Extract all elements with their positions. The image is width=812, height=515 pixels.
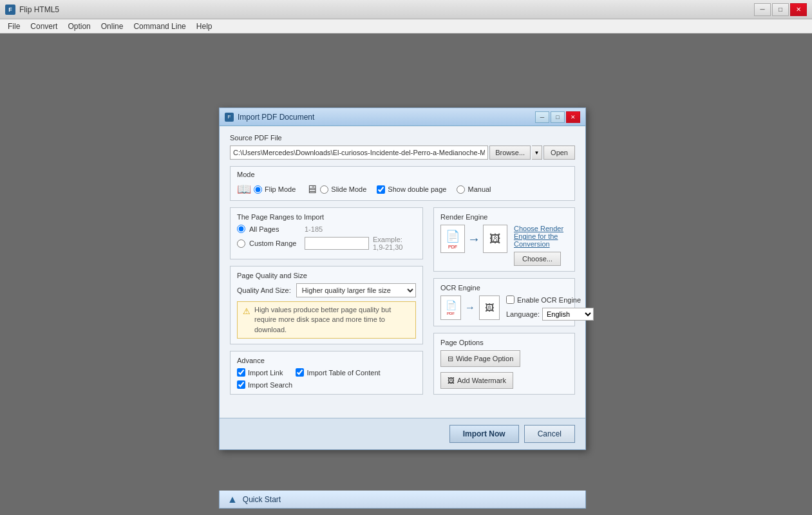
choose-button[interactable]: Choose... xyxy=(514,252,561,266)
import-link-label: Import Link xyxy=(248,369,283,377)
quality-section: Page Quality and Size Quality And Size: … xyxy=(230,266,423,344)
import-table-label: Import Table of Content xyxy=(307,369,380,377)
ocr-engine-section: OCR Engine 📄 PDF → 🖼 xyxy=(433,278,575,326)
quality-warning: ⚠ High values produce better page qualit… xyxy=(237,301,416,339)
ocr-doc-icon-box: 🖼 xyxy=(479,295,500,320)
app-title: Flip HTML5 xyxy=(19,5,59,14)
quick-start-bar: ▲ Quick Start xyxy=(219,491,586,509)
manual-radio[interactable] xyxy=(457,185,465,194)
advance-section: Advance Import Link Import Table of Cont… xyxy=(230,351,423,395)
pdf-icon-box: 📄 PDF xyxy=(440,225,465,253)
pages-hint: 1-185 xyxy=(305,225,323,233)
app-icon: F xyxy=(5,5,15,15)
manual-option: Manual xyxy=(457,185,491,194)
render-arrow-icon: → xyxy=(467,232,480,247)
wide-page-btn-label: Wide Page Option xyxy=(456,355,513,362)
image-icon: 🖼 xyxy=(489,232,501,246)
ocr-engine-label: OCR Engine xyxy=(440,284,568,292)
title-bar: F Flip HTML5 ─ □ ✕ xyxy=(0,0,812,19)
ocr-icons: 📄 PDF → 🖼 xyxy=(440,295,500,320)
custom-range-option: Custom Range Example: 1,9-21,30 xyxy=(237,236,416,251)
slide-mode-icon: 🖥 xyxy=(306,183,317,196)
left-column: The Page Ranges to Import All Pages 1-18… xyxy=(230,207,423,401)
import-link-checkbox[interactable] xyxy=(237,368,245,377)
dialog-minimize-button[interactable]: ─ xyxy=(535,111,549,123)
page-options-section: Page Options ⊟ Wide Page Option 🖼 Add Wa… xyxy=(433,333,575,395)
manual-label: Manual xyxy=(467,185,491,193)
dialog-restore-button[interactable]: □ xyxy=(551,111,565,123)
example-hint: Example: 1,9-21,30 xyxy=(373,236,416,251)
import-table-checkbox[interactable] xyxy=(296,368,304,377)
import-search-option: Import Search xyxy=(237,380,292,389)
enable-ocr-checkbox[interactable] xyxy=(506,295,515,304)
main-area: F Import PDF Document ─ □ ✕ Source PDF F… xyxy=(0,33,812,515)
custom-range-label: Custom Range xyxy=(249,239,301,247)
menu-file[interactable]: File xyxy=(3,21,25,32)
ocr-doc-icon: 🖼 xyxy=(485,303,494,313)
flip-mode-label: Flip Mode xyxy=(265,185,296,193)
import-now-button[interactable]: Import Now xyxy=(449,425,519,443)
page-ranges-label: The Page Ranges to Import xyxy=(237,213,416,221)
advance-label: Advance xyxy=(237,357,416,364)
ocr-pdf-icon: 📄 xyxy=(446,300,457,310)
watermark-btn-label: Add Watermark xyxy=(457,377,506,384)
source-label: Source PDF File xyxy=(230,134,575,142)
page-ranges-section: The Page Ranges to Import All Pages 1-18… xyxy=(230,207,423,259)
ocr-language-option: Language: English French German Spanish … xyxy=(506,308,594,321)
quality-select[interactable]: Higher quality larger file size Medium q… xyxy=(296,283,416,297)
menu-bar: File Convert Option Online Command Line … xyxy=(0,19,812,33)
open-button[interactable]: Open xyxy=(543,145,575,160)
quick-start-arrow-icon: ▲ xyxy=(227,494,238,505)
all-pages-radio[interactable] xyxy=(237,225,245,233)
render-icons: 📄 PDF → 🖼 xyxy=(440,225,507,253)
add-watermark-button[interactable]: 🖼 Add Watermark xyxy=(440,372,513,389)
minimize-button[interactable]: ─ xyxy=(754,3,771,16)
menu-help[interactable]: Help xyxy=(191,21,218,32)
cancel-button[interactable]: Cancel xyxy=(524,425,575,443)
menu-option[interactable]: Option xyxy=(62,21,95,32)
language-select[interactable]: English French German Spanish Chinese xyxy=(542,308,594,321)
close-button[interactable]: ✕ xyxy=(790,3,807,16)
browse-dropdown-arrow[interactable]: ▼ xyxy=(532,145,542,160)
pdf-icon: 📄 xyxy=(446,229,460,243)
render-text-area: Choose Render Engine for the Conversion … xyxy=(514,225,568,266)
slide-mode-radio[interactable] xyxy=(320,185,328,194)
quality-label: Page Quality and Size xyxy=(237,272,416,279)
source-path-input[interactable] xyxy=(230,145,488,160)
page-options-label: Page Options xyxy=(440,339,568,346)
ocr-options: Enable OCR Engine Language: English Fren… xyxy=(506,295,594,321)
wide-page-icon: ⊟ xyxy=(448,355,453,363)
browse-button[interactable]: Browse... xyxy=(489,145,531,160)
quick-start-label: Quick Start xyxy=(243,495,281,504)
slide-mode-label: Slide Mode xyxy=(331,185,366,193)
render-link[interactable]: Choose Render Engine for the Conversion xyxy=(514,225,568,248)
show-double-checkbox[interactable] xyxy=(377,185,385,194)
dialog-close-button[interactable]: ✕ xyxy=(566,111,580,123)
show-double-label: Show double page xyxy=(388,185,446,193)
menu-online[interactable]: Online xyxy=(96,21,129,32)
render-engine-label: Render Engine xyxy=(440,213,568,221)
all-pages-option: All Pages 1-185 xyxy=(237,225,416,233)
custom-range-radio[interactable] xyxy=(237,239,245,248)
watermark-icon: 🖼 xyxy=(448,377,455,384)
restore-button[interactable]: □ xyxy=(772,3,789,16)
all-pages-label: All Pages xyxy=(249,225,301,233)
mode-section: Mode 📖 Flip Mode 🖥 Slide Mode Show xyxy=(230,166,575,201)
quality-warning-text: High values produce better page quality … xyxy=(254,305,410,335)
menu-convert[interactable]: Convert xyxy=(25,21,62,32)
custom-range-input[interactable] xyxy=(305,237,369,250)
flip-mode-icon: 📖 xyxy=(237,182,251,196)
language-label: Language: xyxy=(506,310,540,318)
import-search-checkbox[interactable] xyxy=(237,380,245,389)
flip-mode-option: 📖 Flip Mode xyxy=(237,182,296,196)
render-engine-section: Render Engine 📄 PDF → 🖼 xyxy=(433,207,575,272)
window-controls: ─ □ ✕ xyxy=(754,3,807,16)
wide-page-option-button[interactable]: ⊟ Wide Page Option xyxy=(440,350,520,367)
menu-command-line[interactable]: Command Line xyxy=(128,21,191,32)
ocr-arrow-icon: → xyxy=(465,302,475,314)
source-section: Source PDF File Browse... ▼ Open xyxy=(230,134,575,160)
flip-mode-radio[interactable] xyxy=(254,185,262,194)
dialog-body: Source PDF File Browse... ▼ Open Mode 📖 … xyxy=(220,126,585,418)
ocr-pdf-icon-box: 📄 PDF xyxy=(440,295,461,320)
dialog-titlebar: F Import PDF Document ─ □ ✕ xyxy=(220,108,585,126)
